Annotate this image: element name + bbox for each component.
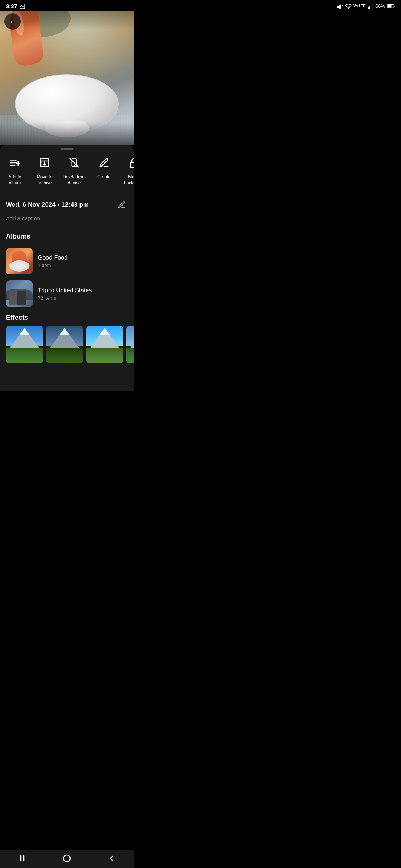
effect-item-1[interactable]: [6, 326, 43, 363]
create-label: Create: [97, 174, 111, 180]
actions-row: Add to album Move to archive: [0, 152, 134, 192]
album-info-trip-us: Trip to United States 72 items: [38, 287, 92, 301]
back-button[interactable]: ←: [4, 13, 21, 30]
move-lock-folder-label: Move Lock Fold: [124, 174, 134, 186]
bottom-sheet: Add to album Move to archive: [0, 145, 134, 391]
drag-handle: [0, 145, 134, 152]
delete-device-label: Delete from device: [63, 174, 86, 186]
pencil-icon: [118, 201, 126, 209]
drag-handle-bar: [60, 148, 74, 150]
album-name-trip-us: Trip to United States: [38, 287, 92, 294]
album-name-good-food: Good Food: [38, 254, 68, 261]
caption-placeholder[interactable]: Add a caption...: [6, 215, 128, 229]
lock-folder-icon: [126, 155, 134, 171]
effect-item-3[interactable]: [86, 326, 123, 363]
photo-info-section: Wed, 6 Nov 2024 • 12:43 pm Add a caption…: [0, 192, 134, 231]
albums-title: Albums: [0, 231, 134, 245]
delete-from-device-action[interactable]: Delete from device: [59, 155, 89, 186]
status-time: 3:37: [6, 3, 25, 9]
album-thumb-trip-us: [6, 280, 33, 307]
edit-date-button[interactable]: [116, 199, 128, 211]
album-count-good-food: 1 item: [38, 263, 68, 268]
photo-date: Wed, 6 Nov 2024 • 12:43 pm: [6, 201, 89, 208]
svg-rect-23: [130, 162, 134, 168]
add-to-album-action[interactable]: Add to album: [0, 155, 30, 186]
time-text: 3:37: [6, 3, 17, 9]
effect-item-4[interactable]: [126, 326, 134, 363]
back-arrow-icon: ←: [9, 18, 16, 25]
svg-rect-17: [40, 159, 49, 161]
add-to-list-icon: [7, 155, 23, 171]
albums-section: Albums Good Food 1 item Trip to United S…: [0, 231, 134, 310]
move-lock-folder-action[interactable]: Move Lock Fold: [119, 155, 134, 186]
move-to-archive-label: Move to archive: [37, 174, 53, 186]
date-row: Wed, 6 Nov 2024 • 12:43 pm: [6, 199, 128, 211]
album-count-trip-us: 72 items: [38, 295, 92, 301]
effects-row: [0, 326, 134, 363]
effect-item-2[interactable]: [46, 326, 83, 363]
album-trip-us[interactable]: Trip to United States 72 items: [0, 277, 134, 310]
photo-area: ←: [0, 0, 134, 145]
effects-section: Effects: [0, 310, 134, 363]
move-to-archive-action[interactable]: Move to archive: [30, 155, 59, 186]
album-info-good-food: Good Food 1 item: [38, 254, 68, 268]
add-to-album-label: Add to album: [9, 174, 22, 186]
delete-device-icon: [66, 155, 82, 171]
status-bar: 3:37 Vo LTE 66%: [0, 0, 134, 11]
create-action[interactable]: Create: [89, 155, 119, 180]
album-good-food[interactable]: Good Food 1 item: [0, 245, 134, 277]
archive-icon: [37, 155, 52, 171]
effects-title: Effects: [0, 310, 134, 326]
gallery-icon: [19, 3, 25, 9]
create-icon: [96, 155, 112, 171]
album-thumb-good-food: [6, 248, 33, 274]
